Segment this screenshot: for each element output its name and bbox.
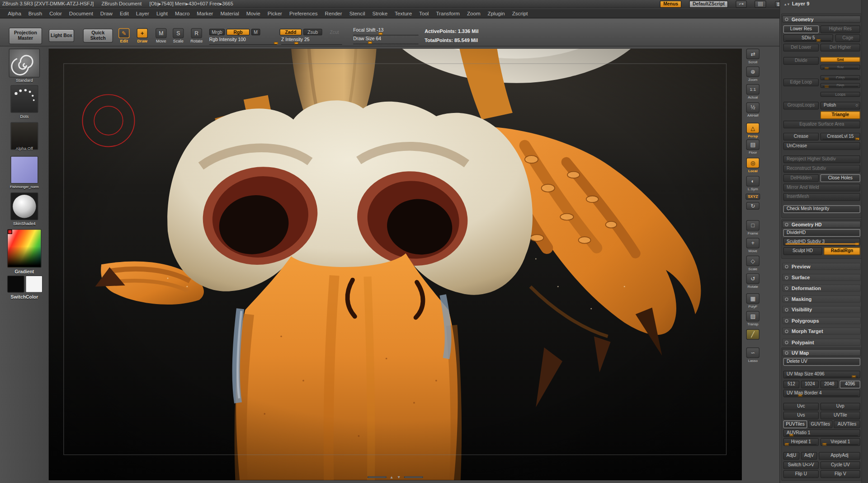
adjv-button[interactable]: AdjV (801, 452, 817, 460)
draw-size-slider[interactable]: Draw Size 64 (353, 36, 418, 44)
masking-section-header[interactable]: Masking (782, 295, 861, 303)
uv-size-1024-button[interactable]: 1024 (801, 380, 819, 388)
geometry-hd-header[interactable]: Geometry HD (782, 221, 861, 228)
menu-zoom[interactable]: Zoom (467, 10, 481, 16)
menu-movie[interactable]: Movie (246, 10, 260, 16)
crease-lvl-slider[interactable]: CreaseLvl 15 (821, 133, 860, 141)
higher-res-button[interactable]: Higher Res (821, 25, 860, 33)
uvp-button[interactable]: Uvp (821, 403, 860, 410)
draw-button[interactable]: + Draw (136, 28, 148, 43)
scale-button[interactable]: S Scale (172, 28, 184, 43)
default-zscript-button[interactable]: DefaultZScript (689, 0, 728, 8)
menu-zplugin[interactable]: Zplugin (488, 10, 505, 16)
scale-tray-button[interactable]: ◇Scale (745, 256, 760, 271)
applyadj-button[interactable]: ApplyAdj (819, 452, 860, 460)
edit-button[interactable]: ✎ Edit (118, 28, 130, 43)
local-button[interactable]: ◎Local (745, 158, 760, 173)
edge-loop-button[interactable]: Edge Loop (783, 79, 819, 86)
uvc-button[interactable]: Uvc (783, 403, 819, 410)
canvas-scroll-bar-right[interactable] (404, 476, 423, 478)
vrepeat-slider[interactable]: Vrepeat 1 (821, 438, 860, 446)
aahalf-button[interactable]: ½AAHalf (745, 103, 760, 117)
rgb-toggle[interactable]: Rgb (226, 29, 250, 36)
menu-render[interactable]: Render (325, 10, 342, 16)
floor-button[interactable]: ▤Floor (745, 140, 760, 155)
switch-uv-button[interactable]: Switch U<>V (783, 461, 819, 469)
del-lower-button[interactable]: Del Lower (783, 44, 819, 52)
zadd-toggle[interactable]: Zadd (279, 29, 302, 36)
scroll-up-icon[interactable]: ▴ (784, 2, 786, 6)
polish-button[interactable]: Polish○ (821, 102, 860, 109)
suv-slider[interactable]: Suv (821, 65, 860, 70)
check-mesh-integrity-button[interactable]: Check Mesh Integrity (783, 205, 860, 213)
guvtiles-button[interactable]: GUVTiles (808, 421, 833, 428)
canvas-nav-strip[interactable]: ▲ ▼ (49, 475, 742, 479)
crease-button[interactable]: Crease (783, 133, 819, 141)
menu-layer[interactable]: Layer (136, 10, 149, 16)
m-toggle[interactable]: M (251, 29, 260, 36)
adju-button[interactable]: AdjU (783, 452, 800, 460)
lasso-button[interactable]: ∽Lasso (745, 347, 760, 362)
move-tray-button[interactable]: +Move (745, 238, 760, 253)
del-higher-button[interactable]: Del Higher (821, 44, 860, 52)
main-color-swatch[interactable] (7, 276, 24, 293)
menu-tool[interactable]: Tool (419, 10, 429, 16)
del-hidden-button[interactable]: DelHidden (783, 174, 819, 182)
menu-brush[interactable]: Brush (28, 10, 42, 16)
smt-toggle[interactable]: Smt (821, 57, 860, 62)
preview-section-header[interactable]: Preview (782, 263, 861, 270)
menu-zscript[interactable]: Zscript (512, 10, 528, 16)
polish-toggle-icon[interactable]: ○ (855, 103, 858, 109)
zoom-button[interactable]: ⊕Zoom (745, 66, 760, 81)
uv-map-border-slider[interactable]: UV Map Border 4 (783, 389, 860, 397)
focal-shift-slider[interactable]: Focal Shift -13 (353, 27, 418, 35)
polyf-button[interactable]: ▦PolyF (745, 293, 760, 308)
frame-button[interactable]: □Frame (745, 220, 760, 235)
sculpthd-subdiv-slider[interactable]: SculptHD Subdiv 3 (783, 238, 860, 246)
menu-transform[interactable]: Transform (436, 10, 460, 16)
gradient-picker[interactable] (7, 229, 42, 268)
bars-icon[interactable]: |||| (755, 0, 766, 8)
menu-texture[interactable]: Texture (395, 10, 412, 16)
visibility-section-header[interactable]: Visibility (782, 306, 861, 313)
menu-stroke[interactable]: Stroke (372, 10, 387, 16)
auvratio-slider[interactable]: AUVRatio 1 (783, 429, 860, 437)
crisp-slider[interactable]: Crisp (821, 75, 860, 80)
equalize-surface-area-button[interactable]: Equalize Surface Area (783, 121, 860, 128)
flip-u-button[interactable]: Flip U (783, 470, 819, 478)
menu-marker[interactable]: Marker (197, 10, 213, 16)
paint-button[interactable]: ╱ (745, 329, 760, 340)
rgb-intensity-slider[interactable]: Rgb Intensity 100 (209, 37, 277, 45)
menu-draw[interactable]: Draw (100, 10, 113, 16)
radial-rgn-button[interactable]: RadialRgn (824, 247, 860, 255)
palette-scrollbar[interactable] (861, 0, 868, 483)
uv-map-header[interactable]: UV Map (782, 349, 861, 356)
texture-thumbnail[interactable] (10, 156, 38, 183)
document-viewport[interactable]: ▲ ▼ (49, 49, 742, 480)
menu-macro[interactable]: Macro (175, 10, 189, 16)
groups-loops-button[interactable]: GroupsLoops (783, 102, 819, 109)
menu-stencil[interactable]: Stencil (349, 10, 365, 16)
menu-color[interactable]: Color (49, 10, 62, 16)
geometry-header[interactable]: Geometry (782, 15, 861, 23)
persp-button[interactable]: △Persp (745, 123, 760, 138)
deformation-section-header[interactable]: Deformation (782, 284, 861, 291)
zsub-toggle[interactable]: Zsub (303, 29, 322, 36)
puvtiles-button[interactable]: PUVTiles (783, 421, 807, 428)
projection-master-button[interactable]: Projection Master (9, 28, 42, 44)
canvas-nav-up-icon[interactable]: ▲ (390, 475, 393, 479)
move-button[interactable]: M Move (155, 28, 167, 43)
zcut-toggle[interactable]: Zcut (326, 29, 343, 36)
actual-button[interactable]: 1:1Actual (745, 84, 760, 99)
polygroups-section-header[interactable]: Polygroups (782, 317, 861, 324)
uv-size-512-button[interactable]: 512 (783, 380, 800, 388)
secondary-color-swatch[interactable] (25, 276, 42, 293)
palette-scrolled-header[interactable]: ▴▾ Layer 9 (784, 1, 809, 6)
divide-button[interactable]: Divide (783, 57, 819, 65)
lower-res-button[interactable]: Lower Res (783, 25, 819, 33)
sculpt-hd-button[interactable]: Sculpt HD (783, 247, 822, 255)
loops-button[interactable]: Loops (821, 92, 860, 97)
close-holes-button[interactable]: Close Holes (821, 174, 860, 182)
scroll-button[interactable]: ⇄Scroll (745, 49, 760, 64)
layout-icon[interactable]: ⌐▪ (736, 0, 747, 8)
